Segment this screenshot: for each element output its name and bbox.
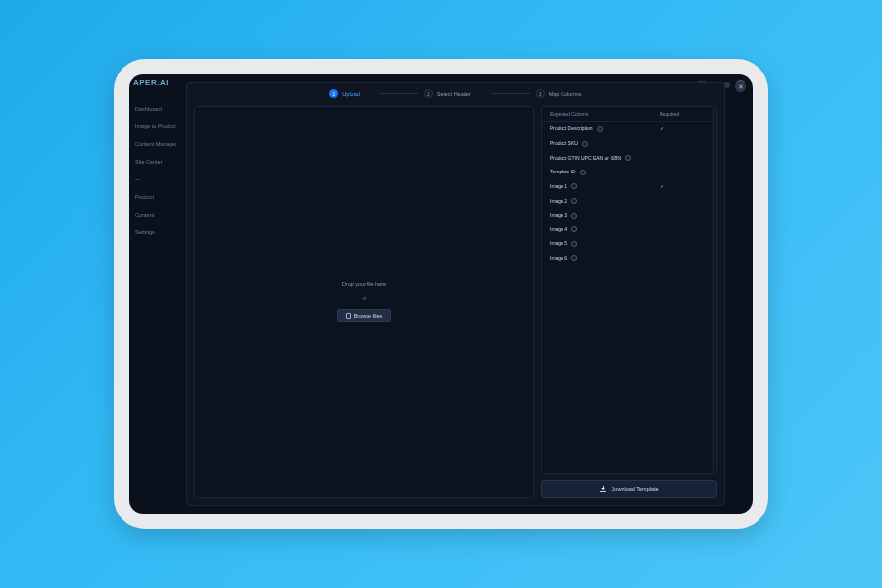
column-header-name: Expected Column bbox=[550, 111, 660, 117]
file-icon bbox=[346, 313, 351, 318]
modal-body: Drop your file here or Browse files Expe… bbox=[187, 106, 724, 505]
download-label: Download Template bbox=[611, 486, 658, 492]
check-icon: ✓ bbox=[660, 184, 664, 190]
tablet-frame: APER.AI Dashboard Image to Product Conte… bbox=[114, 59, 768, 529]
sidebar-item-settings[interactable]: Settings bbox=[133, 223, 186, 241]
sidebar-item-content-manager[interactable]: Content Manager bbox=[133, 135, 186, 153]
file-dropzone[interactable]: Drop your file here or Browse files bbox=[194, 106, 534, 498]
info-icon[interactable]: i bbox=[571, 241, 577, 247]
close-button[interactable]: ✕ bbox=[735, 81, 746, 92]
column-name: Image 2i bbox=[550, 198, 660, 205]
info-icon[interactable]: i bbox=[571, 183, 577, 189]
column-name: Product Descriptioni bbox=[550, 125, 660, 132]
stepper: 1 Upload 2 Select Header 3 Map Columns bbox=[187, 83, 724, 106]
expected-columns-table: Expected Column Required Product Descrip… bbox=[541, 106, 717, 474]
close-icon: ✕ bbox=[738, 83, 744, 91]
table-row: Product Descriptioni✓ bbox=[542, 122, 716, 136]
download-template-button[interactable]: Download Template bbox=[541, 480, 717, 498]
stepper-line bbox=[379, 93, 418, 94]
expected-columns-panel: Expected Column Required Product Descrip… bbox=[541, 106, 717, 498]
info-icon[interactable]: i bbox=[625, 155, 631, 161]
required-cell: ✓ bbox=[660, 125, 709, 132]
info-icon[interactable]: i bbox=[571, 213, 577, 219]
column-name: Image 4i bbox=[550, 226, 660, 233]
table-row: Image 3i bbox=[542, 208, 716, 222]
table-row: Product SKUi bbox=[542, 136, 716, 151]
column-name: Product GTIN UPC EAN or ISBNi bbox=[550, 155, 660, 162]
column-name: Image 6i bbox=[550, 255, 660, 262]
sidebar-item-site-center[interactable]: Site Center bbox=[133, 153, 186, 171]
column-name: Template IDi bbox=[550, 169, 660, 175]
step-number: 1 bbox=[329, 89, 338, 98]
sidebar-item-dashboard[interactable]: Dashboard bbox=[133, 100, 186, 118]
info-icon[interactable]: i bbox=[571, 226, 577, 232]
scrollbar[interactable] bbox=[712, 108, 715, 472]
info-icon[interactable]: i bbox=[597, 126, 603, 132]
stepper-separator-icon bbox=[366, 90, 373, 97]
upload-modal: ✕ 1 Upload 2 Select Header 3 Map Columns bbox=[186, 82, 725, 506]
info-icon[interactable]: i bbox=[580, 170, 586, 175]
step-map-columns[interactable]: 3 Map Columns bbox=[536, 89, 582, 98]
info-icon[interactable]: i bbox=[582, 141, 588, 147]
stepper-separator-icon bbox=[477, 90, 485, 97]
sidebar-item-product[interactable]: Product bbox=[133, 188, 186, 206]
step-label: Map Columns bbox=[549, 91, 582, 97]
column-name: Image 3i bbox=[550, 212, 660, 219]
table-row: Image 6i bbox=[542, 251, 716, 266]
table-row: Template IDi bbox=[542, 165, 716, 179]
app-logo: APER.AI bbox=[133, 78, 169, 87]
table-row: Image 1i✓ bbox=[542, 179, 716, 194]
column-name: Image 1i bbox=[550, 183, 660, 190]
step-number: 3 bbox=[536, 89, 545, 98]
column-header-required: Required bbox=[660, 111, 709, 117]
sidebar-item-image-to-product[interactable]: Image to Product bbox=[133, 118, 186, 135]
table-header: Expected Column Required bbox=[542, 107, 716, 122]
step-upload[interactable]: 1 Upload bbox=[329, 89, 359, 98]
sidebar: Dashboard Image to Product Content Manag… bbox=[129, 96, 186, 514]
table-row: Image 5i bbox=[542, 236, 716, 251]
sidebar-divider: — bbox=[133, 171, 186, 188]
step-label: Select Header bbox=[437, 91, 471, 97]
table-row: Product GTIN UPC EAN or ISBNi bbox=[542, 151, 716, 166]
sidebar-item-content[interactable]: Content bbox=[133, 206, 186, 223]
browse-files-button[interactable]: Browse files bbox=[337, 309, 392, 322]
step-label: Upload bbox=[342, 91, 359, 97]
dropzone-or: or bbox=[362, 295, 366, 301]
step-number: 2 bbox=[424, 89, 433, 98]
dropzone-text: Drop your file here bbox=[342, 281, 386, 287]
required-cell: ✓ bbox=[660, 183, 709, 190]
app-screen: APER.AI Dashboard Image to Product Conte… bbox=[129, 74, 753, 514]
check-icon: ✓ bbox=[660, 126, 664, 132]
download-icon bbox=[600, 486, 606, 492]
browse-label: Browse files bbox=[354, 313, 383, 318]
table-row: Image 4i bbox=[542, 222, 716, 237]
info-icon[interactable]: i bbox=[571, 255, 577, 261]
column-name: Image 5i bbox=[550, 240, 660, 247]
info-icon[interactable]: i bbox=[571, 198, 577, 204]
step-select-header[interactable]: 2 Select Header bbox=[424, 89, 471, 98]
column-name: Product SKUi bbox=[550, 140, 660, 147]
stepper-line bbox=[491, 93, 530, 94]
table-row: Image 2i bbox=[542, 194, 716, 209]
